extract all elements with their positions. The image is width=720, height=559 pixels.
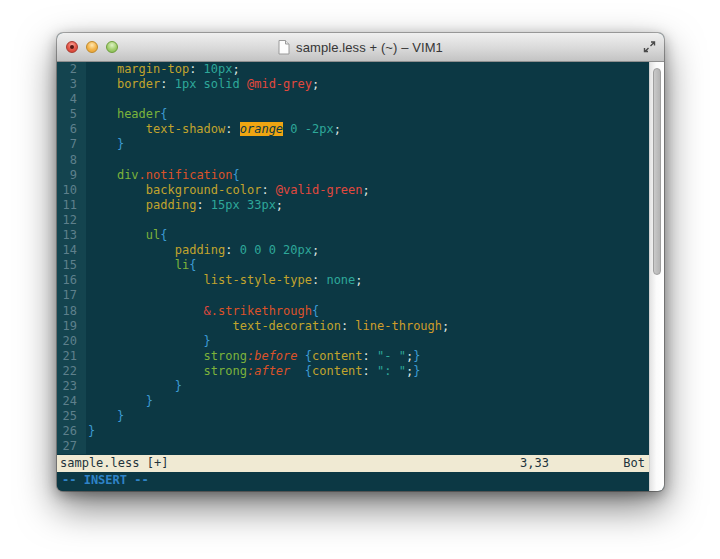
code-line: 10 background-color: @valid-green; xyxy=(57,183,649,198)
code-text: } xyxy=(86,409,649,424)
code-text: } xyxy=(86,334,649,349)
titlebar[interactable]: sample.less + (~) – VIM1 xyxy=(57,33,664,62)
line-number: 26 xyxy=(57,424,86,439)
line-number: 8 xyxy=(57,153,86,168)
line-number: 24 xyxy=(57,394,86,409)
code-text: &.strikethrough{ xyxy=(86,304,649,319)
code-text: li{ xyxy=(86,258,649,273)
editor-column: 2 margin-top: 10px;3 border: 1px solid @… xyxy=(57,62,649,491)
code-line: 16 list-style-type: none; xyxy=(57,273,649,288)
code-text xyxy=(86,92,649,107)
code-line: 9 div.notification{ xyxy=(57,168,649,183)
code-line: 27 xyxy=(57,439,649,454)
code-text: } xyxy=(86,137,649,152)
command-line[interactable]: -- INSERT -- xyxy=(57,472,649,491)
desktop: sample.less + (~) – VIM1 2 margin-top: 1… xyxy=(0,0,720,559)
line-number: 4 xyxy=(57,92,86,107)
line-number: 25 xyxy=(57,409,86,424)
code-text: } xyxy=(86,394,649,409)
minimize-button[interactable] xyxy=(86,41,98,53)
status-bar: sample.less [+] 3,33 Bot xyxy=(57,455,649,472)
line-number: 19 xyxy=(57,319,86,334)
code-line: 19 text-decoration: line-through; xyxy=(57,319,649,334)
line-number: 7 xyxy=(57,137,86,152)
code-line: 24 } xyxy=(57,394,649,409)
code-line: 23 } xyxy=(57,379,649,394)
code-line: 21 strong:before {content: "- ";} xyxy=(57,349,649,364)
code-line: 4 xyxy=(57,92,649,107)
line-number: 27 xyxy=(57,439,86,454)
code-line: 20 } xyxy=(57,334,649,349)
line-number: 22 xyxy=(57,364,86,379)
code-text: text-shadow: orange 0 -2px; xyxy=(86,122,649,137)
document-icon xyxy=(278,40,290,55)
code-text: background-color: @valid-green; xyxy=(86,183,649,198)
line-number: 13 xyxy=(57,228,86,243)
code-text xyxy=(86,153,649,168)
traffic-lights xyxy=(66,33,118,61)
code-text: margin-top: 10px; xyxy=(86,62,649,77)
editor[interactable]: 2 margin-top: 10px;3 border: 1px solid @… xyxy=(57,62,649,455)
line-number: 2 xyxy=(57,62,86,77)
code-text: border: 1px solid @mid-grey; xyxy=(86,77,649,92)
code-line: 14 padding: 0 0 0 20px; xyxy=(57,243,649,258)
code-line: 2 margin-top: 10px; xyxy=(57,62,649,77)
code-line: 17 xyxy=(57,288,649,303)
code-line: 22 strong:after {content: ": ";} xyxy=(57,364,649,379)
mode-indicator: -- INSERT -- xyxy=(62,473,149,487)
code-line: 8 xyxy=(57,153,649,168)
title-group: sample.less + (~) – VIM1 xyxy=(278,40,443,55)
code-line: 26} xyxy=(57,424,649,439)
scroll-position: Bot xyxy=(623,455,645,472)
code-line: 7 } xyxy=(57,137,649,152)
modified-dot-icon xyxy=(70,45,74,49)
code-text: text-decoration: line-through; xyxy=(86,319,649,334)
line-number: 3 xyxy=(57,77,86,92)
line-number: 12 xyxy=(57,213,86,228)
zoom-button[interactable] xyxy=(106,41,118,53)
line-number: 15 xyxy=(57,258,86,273)
code-text: strong:after {content: ": ";} xyxy=(86,364,649,379)
line-number: 6 xyxy=(57,122,86,137)
close-button[interactable] xyxy=(66,41,78,53)
line-number: 11 xyxy=(57,198,86,213)
code-line: 11 padding: 15px 33px; xyxy=(57,198,649,213)
fullscreen-icon[interactable] xyxy=(643,41,656,54)
code-line: 12 xyxy=(57,213,649,228)
code-line: 6 text-shadow: orange 0 -2px; xyxy=(57,122,649,137)
line-number: 10 xyxy=(57,183,86,198)
line-number: 14 xyxy=(57,243,86,258)
line-number: 5 xyxy=(57,107,86,122)
line-number: 18 xyxy=(57,304,86,319)
code-text: padding: 15px 33px; xyxy=(86,198,649,213)
line-number: 21 xyxy=(57,349,86,364)
code-text: header{ xyxy=(86,107,649,122)
line-number: 9 xyxy=(57,168,86,183)
scrollbar[interactable] xyxy=(649,62,664,491)
code-text: list-style-type: none; xyxy=(86,273,649,288)
status-filename: sample.less [+] xyxy=(60,456,168,470)
code-text xyxy=(86,288,649,303)
code-text: ul{ xyxy=(86,228,649,243)
code-text xyxy=(86,439,649,454)
line-number: 20 xyxy=(57,334,86,349)
scrollbar-thumb[interactable] xyxy=(653,68,661,275)
code-line: 3 border: 1px solid @mid-grey; xyxy=(57,77,649,92)
window-body: 2 margin-top: 10px;3 border: 1px solid @… xyxy=(57,62,664,491)
code-text: padding: 0 0 0 20px; xyxy=(86,243,649,258)
code-text xyxy=(86,213,649,228)
line-number: 23 xyxy=(57,379,86,394)
code-line: 25 } xyxy=(57,409,649,424)
code-line: 15 li{ xyxy=(57,258,649,273)
code-line: 18 &.strikethrough{ xyxy=(57,304,649,319)
vim-window: sample.less + (~) – VIM1 2 margin-top: 1… xyxy=(57,33,664,491)
code-text: } xyxy=(86,424,649,439)
line-number: 16 xyxy=(57,273,86,288)
code-line: 5 header{ xyxy=(57,107,649,122)
line-number: 17 xyxy=(57,288,86,303)
code-text: div.notification{ xyxy=(86,168,649,183)
code-text: } xyxy=(86,379,649,394)
window-title: sample.less + (~) – VIM1 xyxy=(296,40,443,55)
code-text: strong:before {content: "- ";} xyxy=(86,349,649,364)
cursor-position: 3,33 xyxy=(520,455,549,472)
